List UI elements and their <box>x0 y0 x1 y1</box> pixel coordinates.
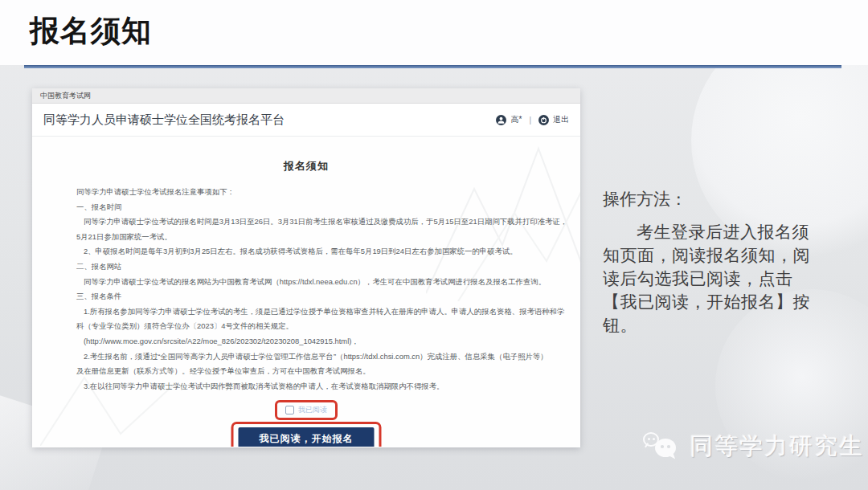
notice-line: 1.所有报名参加同等学力申请硕士学位考试的考生，须是已通过学位授予单位资格审查并… <box>76 304 556 320</box>
watermark: 同等学力研究生 <box>643 431 864 463</box>
notice-line: 科（专业学位类别）须符合学位办〔2023〕4号文件的相关规定。 <box>76 319 556 334</box>
notice-line: 一、报名时间 <box>76 200 556 215</box>
slide-header: 报名须知 <box>0 0 868 65</box>
notice-line: 2、申硕报名时间是每年3月初到3月25日左右。报名成功获得考试资格后，需在每年5… <box>76 244 556 259</box>
instructions-heading: 操作方法： <box>603 188 854 210</box>
platform-title: 同等学力人员申请硕士学位全国统考报名平台 <box>43 112 285 128</box>
accent-divider <box>24 65 841 68</box>
browser-tab[interactable]: 中国教育考试网 <box>32 88 99 103</box>
browser-tab-bar: 中国教育考试网 <box>32 88 580 104</box>
start-register-button[interactable]: 我已阅读，开始报名 <box>239 427 375 447</box>
notice-line: 5月21日参加国家统一考试。 <box>76 230 556 245</box>
notice-page: 报名须知 同等学力申请硕士学位考试报名注意事项如下： 一、报名时间 同等学力申请… <box>32 137 580 447</box>
user-name[interactable]: 高* <box>510 114 522 125</box>
notice-line: 同等学力申请硕士学位考试的报名时间是3月13日至26日。3月31日前考生报名审核… <box>76 214 556 230</box>
wechat-icon <box>643 431 680 463</box>
instructions-text: 考生登录后进入报名须知页面，阅读报名须知，阅读后勾选我已阅读，点击【我已阅读，开… <box>603 220 825 337</box>
notice-body: 同等学力申请硕士学位考试报名注意事项如下： 一、报名时间 同等学力申请硕士学位考… <box>76 185 556 394</box>
watermark-label: 同等学力研究生 <box>690 431 864 463</box>
notice-heading: 报名须知 <box>32 159 580 174</box>
notice-line: (http://www.moe.gov.cn/srcsite/A22/moe_8… <box>76 334 556 349</box>
logout-icon <box>538 115 549 125</box>
notice-line: 同等学力申请硕士学位考试报名注意事项如下： <box>76 185 556 200</box>
agree-checkbox-label[interactable]: 我已阅读 <box>298 405 327 415</box>
page-title: 报名须知 <box>30 11 152 51</box>
notice-line: 及在册信息更新（联系方式等）。经学位授予单位审查后，方可在中国教育考试网报名。 <box>76 364 556 379</box>
instructions-panel: 操作方法： 考生登录后进入报名须知页面，阅读报名须知，阅读后勾选我已阅读，点击【… <box>603 188 854 337</box>
notice-line: 同等学力申请硕士学位考试的报名网站为中国教育考试网（https://tdxl.n… <box>76 275 556 290</box>
notice-line: 二、报名网站 <box>76 259 556 275</box>
notice-line: 3.在以往同等学力申请硕士学位考试中因作弊而被取消考试资格的申请人，在考试资格取… <box>76 379 556 394</box>
user-icon <box>496 115 506 125</box>
slide: 报名须知 中国教育考试网 同等学力人员申请硕士学位全国统考报名平台 高* | 退… <box>0 0 868 490</box>
notice-line: 三、报名条件 <box>76 289 556 304</box>
browser-window: 中国教育考试网 同等学力人员申请硕士学位全国统考报名平台 高* | 退出 <box>32 88 580 447</box>
agree-checkbox[interactable] <box>285 406 294 414</box>
site-header: 同等学力人员申请硕士学位全国统考报名平台 高* | 退出 <box>32 104 580 137</box>
notice-line: 2.考生报名前，须通过“全国同等高学力人员申请硕士学位管理工作信息平台”（htt… <box>76 349 556 365</box>
header-separator: | <box>529 116 531 125</box>
annotation-box-button: 我已阅读，开始报名 <box>231 422 382 447</box>
logout-button[interactable]: 退出 <box>553 114 569 125</box>
annotation-box-checkbox: 我已阅读 <box>275 400 338 420</box>
